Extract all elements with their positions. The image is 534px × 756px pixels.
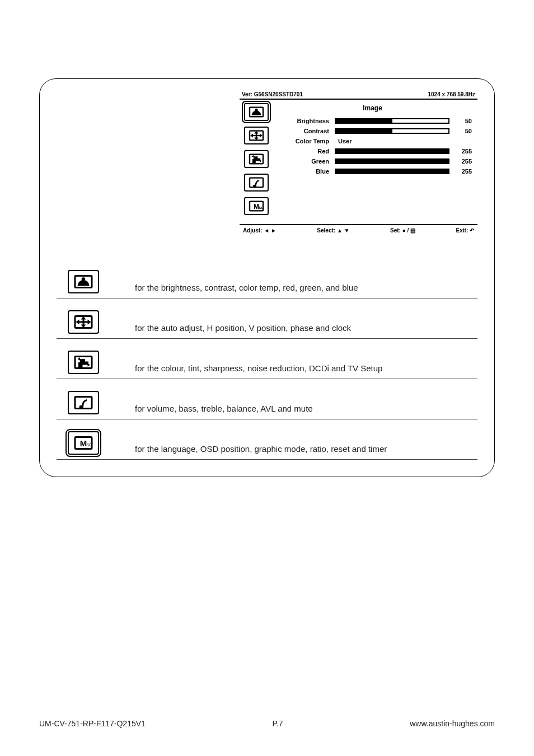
legend-description: for volume, bass, treble, balance, AVL a…	[135, 404, 477, 414]
color-icon	[71, 354, 96, 371]
image-icon-legend	[68, 270, 99, 293]
legend-row: for the brightness, contrast, color temp…	[57, 258, 477, 298]
param-value: 50	[455, 128, 472, 134]
osd-hint-adjust: Adjust: ◄ ►	[243, 227, 277, 234]
color-icon-legend	[68, 351, 99, 374]
param-label: Red	[273, 148, 329, 155]
param-slider[interactable]	[335, 118, 449, 124]
page-footer: UM-CV-751-RP-F117-Q215V1 P.7 www.austin-…	[39, 719, 495, 728]
param-slider[interactable]	[335, 128, 449, 134]
misc-icon	[71, 435, 96, 451]
legend-description: for the colour, tint, sharpness, noise r…	[135, 363, 477, 374]
misc-icon	[247, 199, 266, 213]
audio-icon	[71, 394, 96, 411]
legend-row: for volume, bass, treble, balance, AVL a…	[57, 379, 477, 419]
param-value: 255	[455, 148, 472, 155]
osd-param-row[interactable]: Color TempUser	[273, 138, 472, 144]
footer-url: www.austin-hughes.com	[410, 719, 495, 728]
osd-param-row[interactable]: Red255	[273, 148, 472, 155]
position-icon	[71, 314, 96, 330]
misc-icon-legend	[68, 431, 99, 455]
legend-description: for the brightness, contrast, color temp…	[135, 283, 477, 293]
legend-row: for the language, OSD position, graphic …	[57, 419, 477, 460]
page-content-box: Ver: G56SN20SSTD701 1024 x 768 59.8Hz Im…	[39, 78, 495, 477]
position-icon	[247, 129, 266, 142]
osd-tab-position-icon[interactable]	[244, 127, 269, 144]
osd-section-title: Image	[273, 104, 472, 112]
param-slider[interactable]	[335, 148, 449, 154]
osd-hint-set: Set: ● / ▤	[390, 227, 415, 234]
footer-page-number: P.7	[146, 719, 410, 728]
audio-icon	[247, 176, 266, 189]
param-slider[interactable]	[335, 169, 449, 174]
osd-param-row[interactable]: Contrast50	[273, 128, 472, 134]
osd-tab-misc-icon[interactable]	[244, 197, 269, 215]
position-icon-legend	[68, 310, 99, 334]
color-icon	[247, 152, 266, 166]
osd-tab-image-icon[interactable]	[244, 103, 269, 121]
param-label: Brightness	[273, 118, 329, 124]
osd-param-row[interactable]: Blue255	[273, 168, 472, 175]
icon-legend: for the brightness, contrast, color temp…	[57, 258, 477, 460]
osd-hint-select: Select: ▲ ▼	[317, 227, 349, 234]
param-label: Green	[273, 158, 329, 165]
osd-tab-audio-icon[interactable]	[244, 174, 269, 192]
legend-row: for the colour, tint, sharpness, noise r…	[57, 339, 477, 379]
osd-hint-exit: Exit: ↶	[456, 227, 474, 234]
param-label: Contrast	[273, 128, 329, 134]
param-slider[interactable]	[335, 158, 449, 164]
legend-description: for the language, OSD position, graphic …	[135, 444, 477, 455]
param-label: Color Temp	[273, 138, 329, 144]
image-icon	[247, 105, 266, 119]
param-value: User	[335, 138, 449, 144]
legend-description: for the auto adjust, H position, V posit…	[135, 323, 477, 334]
param-label: Blue	[273, 168, 329, 175]
image-icon	[71, 273, 96, 290]
osd-panel: Ver: G56SN20SSTD701 1024 x 768 59.8Hz Im…	[240, 90, 477, 236]
footer-doc-id: UM-CV-751-RP-F117-Q215V1	[39, 719, 146, 728]
audio-icon-legend	[68, 391, 99, 414]
legend-row: for the auto adjust, H position, V posit…	[57, 298, 477, 339]
osd-param-row[interactable]: Green255	[273, 158, 472, 165]
param-value: 255	[455, 168, 472, 175]
osd-tab-color-icon[interactable]	[244, 150, 269, 168]
param-value: 50	[455, 118, 472, 124]
osd-version: Ver: G56SN20SSTD701	[242, 91, 303, 97]
param-value: 255	[455, 158, 472, 165]
osd-param-row[interactable]: Brightness50	[273, 118, 472, 124]
osd-resolution: 1024 x 768 59.8Hz	[428, 91, 475, 97]
